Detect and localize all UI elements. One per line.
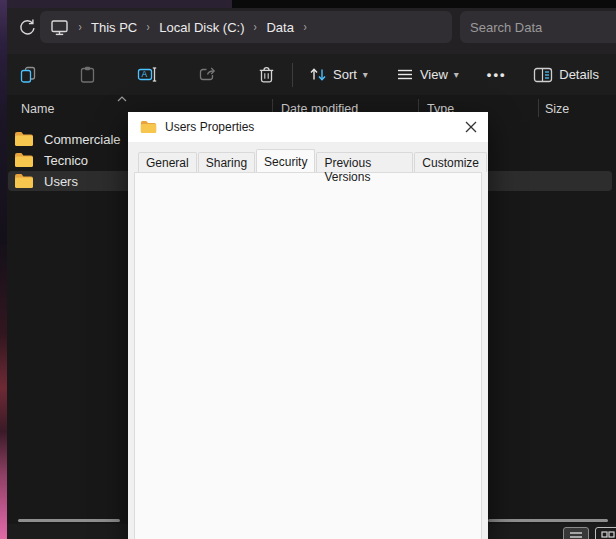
- breadcrumb-this-pc[interactable]: This PC: [91, 20, 137, 35]
- horizontal-scrollbar[interactable]: [488, 519, 608, 522]
- folder-icon: [140, 120, 157, 134]
- column-divider[interactable]: [538, 99, 539, 117]
- paste-button[interactable]: [71, 60, 104, 89]
- file-name: Commerciale: [44, 132, 121, 147]
- breadcrumb-chevron-icon: ›: [303, 20, 306, 34]
- properties-dialog: Users Properties General Sharing Securit…: [128, 112, 488, 539]
- breadcrumb-chevron-icon: ›: [147, 20, 150, 34]
- background-window-edge: [232, 0, 616, 8]
- toolbar-divider: [292, 63, 293, 87]
- command-bar: A: [7, 54, 616, 95]
- navigation-bar: › This PC › Local Disk (C:) › Data ›: [7, 8, 616, 54]
- chevron-down-icon: ▾: [363, 69, 368, 80]
- sort-icon: [309, 66, 327, 83]
- view-icon: [396, 67, 414, 82]
- grid-view-icon: [601, 531, 615, 539]
- file-name: Tecnico: [44, 153, 88, 168]
- folder-icon: [14, 152, 34, 168]
- horizontal-scrollbar[interactable]: [18, 519, 120, 522]
- breadcrumb-chevron-icon: ›: [254, 20, 257, 34]
- view-button[interactable]: View ▾: [389, 62, 466, 87]
- details-label: Details: [559, 67, 599, 82]
- details-pane-button[interactable]: Details: [526, 62, 606, 88]
- screen: › This PC › Local Disk (C:) › Data ›: [0, 0, 616, 539]
- svg-text:A: A: [142, 69, 148, 79]
- this-pc-icon: [50, 19, 69, 36]
- copy-icon: [19, 65, 38, 84]
- tab-sharing[interactable]: Sharing: [198, 152, 255, 172]
- paste-icon: [78, 65, 97, 84]
- sort-ascending-caret-icon: [117, 96, 127, 102]
- dialog-close-button[interactable]: [460, 116, 482, 138]
- desktop-wallpaper-strip: [0, 0, 7, 539]
- tab-security[interactable]: Security: [256, 149, 315, 172]
- security-tab-panel: [134, 172, 482, 539]
- rename-icon: A: [137, 65, 158, 84]
- rename-button[interactable]: A: [130, 60, 165, 89]
- search-box[interactable]: [460, 11, 616, 43]
- breadcrumb-chevron-icon: ›: [78, 20, 81, 34]
- folder-icon: [14, 173, 34, 189]
- breadcrumb-data[interactable]: Data: [266, 20, 293, 35]
- icons-view-toggle-button[interactable]: [595, 527, 616, 539]
- chevron-down-icon: ▾: [454, 69, 459, 80]
- tab-customize[interactable]: Customize: [414, 152, 487, 172]
- tab-previous-versions[interactable]: Previous Versions: [316, 152, 413, 172]
- folder-icon: [14, 131, 34, 147]
- dialog-tab-strip: General Sharing Security Previous Versio…: [138, 150, 488, 172]
- trash-icon: [257, 65, 276, 84]
- details-view-toggle-button[interactable]: [563, 527, 589, 539]
- list-view-icon: [569, 531, 583, 539]
- view-label: View: [420, 67, 448, 82]
- ellipsis-icon: •••: [487, 67, 507, 82]
- address-bar[interactable]: › This PC › Local Disk (C:) › Data ›: [40, 11, 452, 43]
- file-name: Users: [44, 174, 78, 189]
- refresh-icon: [17, 18, 36, 37]
- window-top-edge: [7, 0, 232, 8]
- delete-button[interactable]: [250, 60, 283, 89]
- breadcrumb-local-disk[interactable]: Local Disk (C:): [159, 20, 244, 35]
- dialog-title-bar[interactable]: Users Properties: [128, 112, 488, 142]
- search-input[interactable]: [470, 20, 616, 35]
- share-icon: [198, 65, 217, 84]
- copy-button[interactable]: [12, 60, 45, 89]
- sort-button[interactable]: Sort ▾: [302, 61, 375, 88]
- dialog-title: Users Properties: [165, 120, 254, 134]
- close-icon: [465, 121, 477, 133]
- refresh-button[interactable]: [14, 15, 38, 39]
- column-header-size[interactable]: Size: [545, 102, 569, 116]
- sort-label: Sort: [333, 67, 357, 82]
- more-options-button[interactable]: •••: [480, 62, 514, 87]
- share-button[interactable]: [191, 60, 224, 89]
- tab-general[interactable]: General: [138, 152, 197, 172]
- column-header-name[interactable]: Name: [21, 102, 54, 116]
- details-pane-icon: [533, 67, 553, 83]
